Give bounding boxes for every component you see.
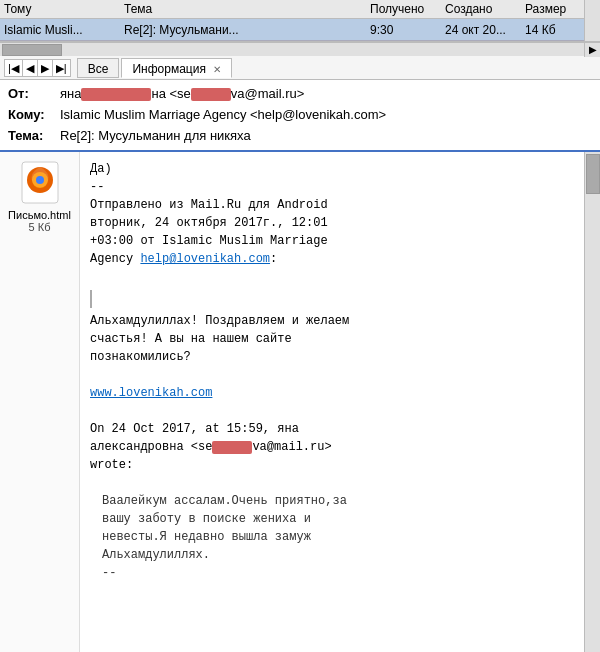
email-headers: От: янана <seva@mail.ru> Кому: Islamic M… [0, 80, 600, 152]
inner-dash: -- [102, 564, 574, 582]
attachment-icon [20, 160, 60, 205]
subject-value: Re[2]: Мусульманин для никяха [60, 126, 251, 147]
help-link[interactable]: help@lovenikah.com [140, 252, 270, 266]
to-value: Islamic Muslim Marriage Agency <help@lov… [60, 105, 386, 126]
to-row: Кому: Islamic Muslim Marriage Agency <he… [8, 105, 592, 126]
to-label: Кому: [8, 105, 60, 126]
nav-arrows[interactable]: |◀ ◀ ▶ ▶| [4, 59, 71, 77]
body-line6: Agency help@lovenikah.com: [90, 250, 574, 268]
row-received: 9:30 [370, 23, 445, 37]
on-text-line1: On 24 Oct 2017, at 15:59, яна [90, 420, 574, 438]
subject-row: Тема: Re[2]: Мусульманин для никяха [8, 126, 592, 147]
row-size: 14 Кб [525, 23, 580, 37]
body-line5: +03:00 от Islamic Muslim Marriage [90, 232, 574, 250]
col-header-sender: Тому [4, 2, 124, 16]
attachment-name: Письмо.html [8, 209, 71, 221]
email-list-row[interactable]: Islamic Musli... Re[2]: Мусульмани... 9:… [0, 19, 584, 41]
nav-next-btn[interactable]: ▶ [38, 59, 53, 77]
nav-last-btn[interactable]: ▶| [53, 59, 70, 77]
from-redacted [81, 88, 151, 101]
body-line1: Да) [90, 160, 574, 178]
attachment-size: 5 Кб [29, 221, 51, 233]
row-sender: Islamic Musli... [4, 23, 124, 37]
horizontal-scrollbar[interactable]: ▶ [0, 42, 600, 56]
body-scrollbar[interactable] [584, 152, 600, 652]
body-line3: Отправлено из Mail.Ru для Android [90, 196, 574, 214]
from-label: От: [8, 84, 60, 105]
body-scrollbar-thumb [586, 154, 600, 194]
quote2: счастья! А вы на нашем сайте [90, 330, 574, 348]
subject-label: Тема: [8, 126, 60, 147]
tab-close-btn[interactable]: ✕ [213, 64, 221, 75]
body-line2: -- [90, 178, 574, 196]
body-line4: вторник, 24 октября 2017г., 12:01 [90, 214, 574, 232]
nav-bar: |◀ ◀ ▶ ▶| Все Информация ✕ [0, 56, 600, 80]
site-link[interactable]: www.lovenikah.com [90, 386, 212, 400]
inner-quote1: Ваалейкум ассалам.Очень приятно,за [102, 492, 574, 510]
quote-block [90, 290, 574, 308]
row-created: 24 окт 20... [445, 23, 525, 37]
inner-quote4: Альхамдулиллях. [102, 546, 574, 564]
on-text-line3: wrote: [90, 456, 574, 474]
col-header-subject: Тема [124, 2, 370, 16]
tab-info[interactable]: Информация ✕ [121, 58, 232, 78]
tab-all[interactable]: Все [77, 58, 120, 78]
on-text-line2: александровна <seva@mail.ru> [90, 438, 574, 456]
from-value: янана <seva@mail.ru> [60, 84, 304, 105]
nav-prev-btn[interactable]: ◀ [23, 59, 38, 77]
list-scrollbar[interactable] [584, 0, 600, 41]
tab-container: Все Информация ✕ [77, 58, 235, 78]
from-row: От: янана <seva@mail.ru> [8, 84, 592, 105]
tab-info-label: Информация [132, 62, 205, 76]
attachment-panel: Письмо.html 5 Кб [0, 152, 80, 652]
col-header-size: Размер [525, 2, 580, 16]
h-scrollbar-thumb [2, 44, 62, 56]
h-scroll-right-btn[interactable]: ▶ [584, 43, 600, 57]
quote1: Альхамдулиллах! Поздравляем и желаем [90, 312, 574, 330]
on-email-redacted [212, 441, 252, 454]
email-body[interactable]: Да) -- Отправлено из Mail.Ru для Android… [80, 152, 584, 652]
inner-quote3: невесты.Я недавно вышла замуж [102, 528, 574, 546]
nav-first-btn[interactable]: |◀ [5, 59, 23, 77]
inner-quote2: вашу заботу в поиске жениха и [102, 510, 574, 528]
from-email-redacted [191, 88, 231, 101]
email-body-wrapper: Письмо.html 5 Кб Да) -- Отправлено из Ma… [0, 152, 600, 652]
col-header-received: Получено [370, 2, 445, 16]
col-header-created: Создано [445, 2, 525, 16]
quote3: познакомились? [90, 348, 574, 366]
row-subject: Re[2]: Мусульмани... [124, 23, 370, 37]
